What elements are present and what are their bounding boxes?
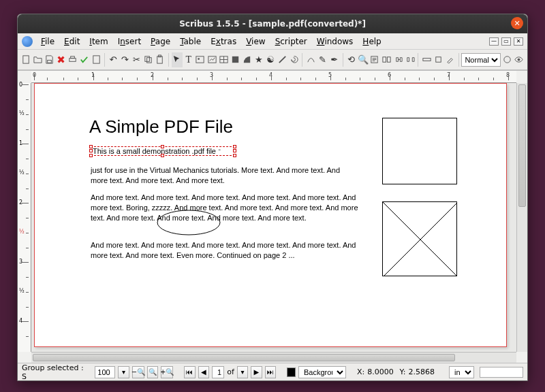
- freehand-icon[interactable]: ✎: [317, 52, 328, 67]
- redo-icon[interactable]: ↷: [119, 52, 130, 67]
- workspace: 0 1 2 3 4 5 6 7 8 0 ½ 1 ½ 2 ½ 3 ½ 4 A Si…: [18, 70, 527, 363]
- unit-select[interactable]: in: [449, 366, 474, 378]
- menu-page[interactable]: Page: [146, 35, 174, 48]
- canvas[interactable]: A Simple PDF File This is a small demons…: [31, 83, 516, 352]
- page-current-input[interactable]: [212, 366, 224, 378]
- copy-props-icon[interactable]: [433, 52, 443, 67]
- line-icon[interactable]: [277, 52, 287, 67]
- story-editor-icon[interactable]: [381, 52, 392, 67]
- mdi-close-icon[interactable]: ✕: [514, 37, 523, 46]
- zoom-out-icon[interactable]: −🔍: [132, 366, 144, 378]
- zoom-spin-icon[interactable]: ▾: [118, 366, 129, 378]
- y-label: Y:: [400, 368, 406, 376]
- selected-text-frame[interactable]: This is a small demonstration .pdf file …: [91, 146, 235, 156]
- bezier-icon[interactable]: [305, 52, 316, 67]
- y-value: 2.5868: [409, 368, 438, 376]
- select-tool-icon[interactable]: [172, 52, 183, 67]
- toolbar: ✖ ↶ ↷ ✂ T ★ ☯ ✎ ✒ ⟲ 🔍: [18, 50, 527, 70]
- rectangle-shape[interactable]: [382, 118, 457, 184]
- page-spin-icon[interactable]: ▾: [237, 366, 248, 378]
- page[interactable]: A Simple PDF File This is a small demons…: [34, 83, 507, 347]
- menu-extras[interactable]: Extras: [206, 35, 240, 48]
- print-icon[interactable]: [67, 52, 78, 67]
- measure-icon[interactable]: [421, 52, 432, 67]
- rotate-icon[interactable]: ⟲: [345, 52, 356, 67]
- export-pdf-icon[interactable]: [91, 52, 102, 67]
- save-icon[interactable]: [44, 52, 54, 67]
- calligraphic-icon[interactable]: ✒: [329, 52, 340, 67]
- arc-icon[interactable]: [242, 52, 253, 67]
- preflight-icon[interactable]: [79, 52, 90, 67]
- menu-item[interactable]: Item: [85, 35, 112, 48]
- edit-contents-icon[interactable]: [369, 52, 380, 67]
- menu-help[interactable]: Help: [358, 35, 385, 48]
- render-frame-icon[interactable]: [206, 52, 217, 67]
- svg-rect-9: [196, 56, 204, 63]
- window-close-button[interactable]: ✕: [511, 17, 523, 29]
- menu-scripter[interactable]: Scripter: [271, 35, 311, 48]
- copy-icon[interactable]: [142, 52, 153, 67]
- paragraph-1[interactable]: just for use in the Virtual Mechanics tu…: [91, 165, 356, 186]
- zoom-reset-icon[interactable]: 🔍: [147, 366, 158, 378]
- undo-icon[interactable]: ↶: [108, 52, 119, 67]
- first-page-icon[interactable]: ⏮: [184, 366, 195, 378]
- doc-heading[interactable]: A Simple PDF File: [89, 116, 233, 137]
- text-frame-icon[interactable]: T: [183, 52, 194, 67]
- svg-rect-0: [22, 56, 28, 63]
- page-of-label: of: [227, 368, 234, 376]
- svg-rect-13: [232, 56, 238, 63]
- table-icon[interactable]: [218, 52, 229, 67]
- cut-icon[interactable]: ✂: [131, 52, 142, 67]
- svg-line-23: [383, 202, 456, 276]
- zoom-icon[interactable]: 🔍: [358, 52, 369, 67]
- svg-point-10: [198, 58, 200, 60]
- menu-file[interactable]: File: [37, 35, 59, 48]
- svg-rect-3: [71, 56, 75, 59]
- last-page-icon[interactable]: ⏭: [265, 366, 276, 378]
- svg-line-14: [279, 56, 285, 63]
- spiral2-icon[interactable]: [288, 52, 299, 67]
- unlink-frames-icon[interactable]: [404, 52, 415, 67]
- next-page-icon[interactable]: ▶: [251, 366, 262, 378]
- paste-icon[interactable]: [155, 52, 166, 67]
- scrollbar-vertical[interactable]: [516, 83, 527, 352]
- shape-icon[interactable]: [230, 52, 240, 67]
- image-frame-icon[interactable]: [195, 52, 206, 67]
- menu-windows[interactable]: Windows: [313, 35, 358, 48]
- open-icon[interactable]: [32, 52, 43, 67]
- polygon-icon[interactable]: ★: [253, 52, 264, 67]
- ruler-vertical[interactable]: 0 ½ 1 ½ 2 ½ 3 ½ 4: [18, 83, 31, 352]
- paragraph-3[interactable]: And more text. And more text. And more t…: [91, 240, 360, 261]
- preview-icon[interactable]: [514, 52, 525, 67]
- link-frames-icon[interactable]: [392, 52, 403, 67]
- selection-status: Group selected : S: [22, 363, 84, 381]
- eyedropper-icon[interactable]: [445, 52, 456, 67]
- paragraph-2[interactable]: And more text. And more text. And more t…: [91, 193, 360, 223]
- prev-page-icon[interactable]: ◀: [198, 366, 209, 378]
- spiral-icon[interactable]: ☯: [265, 52, 276, 67]
- menu-insert[interactable]: Insert: [114, 35, 145, 48]
- statusbar: Group selected : S ▾ −🔍 🔍 +🔍 ⏮ ◀ of ▾ ▶ …: [18, 363, 527, 380]
- svg-rect-7: [157, 56, 163, 63]
- svg-rect-2: [69, 59, 76, 62]
- mdi-maximize-icon[interactable]: ▭: [501, 37, 511, 46]
- mdi-minimize-icon[interactable]: —: [489, 37, 499, 46]
- ruler-horizontal[interactable]: 0 1 2 3 4 5 6 7 8: [31, 71, 516, 83]
- zoom-input[interactable]: [95, 366, 115, 378]
- svg-rect-17: [387, 57, 390, 63]
- image-frame-empty[interactable]: [382, 201, 457, 276]
- freehand-annotation[interactable]: [155, 208, 223, 238]
- menu-edit[interactable]: Edit: [60, 35, 84, 48]
- x-label: X:: [357, 368, 364, 376]
- zoom-in-icon[interactable]: +🔍: [161, 366, 173, 378]
- menu-table[interactable]: Table: [176, 35, 205, 48]
- toggle-cms-icon[interactable]: [501, 52, 512, 67]
- close-doc-icon[interactable]: ✖: [56, 52, 67, 67]
- svg-point-21: [518, 59, 520, 61]
- titlebar[interactable]: Scribus 1.5.5 - [sample.pdf(converted)*]…: [18, 14, 527, 33]
- layer-select[interactable]: Background: [298, 366, 346, 378]
- view-mode-select[interactable]: Normal: [461, 53, 501, 67]
- scrollbar-horizontal[interactable]: [31, 352, 516, 363]
- new-doc-icon[interactable]: [20, 52, 31, 67]
- menu-view[interactable]: View: [242, 35, 269, 48]
